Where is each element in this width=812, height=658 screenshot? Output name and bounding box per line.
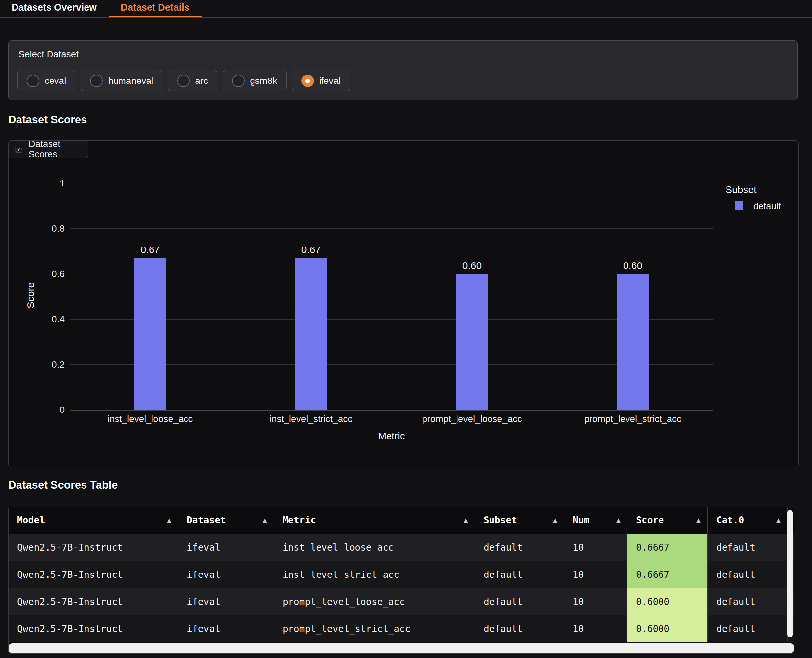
cell-cat-0[interactable]: default xyxy=(708,534,788,561)
cell-metric[interactable]: prompt_level_loose_acc xyxy=(274,588,475,615)
vertical-scrollbar[interactable] xyxy=(787,510,793,637)
radio-selected-icon[interactable] xyxy=(301,75,314,87)
bar-prompt_level_strict_acc[interactable] xyxy=(617,274,649,410)
radio-option-gsm8k[interactable]: gsm8k xyxy=(223,70,286,91)
dataset-scores-heading: Dataset Scores xyxy=(8,113,87,126)
cell-score[interactable]: 0.6667 xyxy=(627,534,708,561)
column-header-cat-0[interactable]: Cat.0▲ xyxy=(708,507,788,534)
cell-score[interactable]: 0.6000 xyxy=(627,616,708,642)
bar-value-label: 0.67 xyxy=(274,245,347,255)
sort-arrow-icon[interactable]: ▲ xyxy=(696,516,701,524)
cell-subset[interactable]: default xyxy=(475,616,564,642)
select-dataset-panel: Select Dataset cevalhumanevalarcgsm8kife… xyxy=(8,40,798,100)
bar-inst_level_strict_acc[interactable] xyxy=(295,258,327,410)
y-axis-title: Score xyxy=(26,282,36,308)
chart-chip-label: Dataset Scores xyxy=(29,139,88,160)
cell-num[interactable]: 10 xyxy=(564,561,627,588)
cell-dataset[interactable]: ifeval xyxy=(178,561,274,588)
sort-arrow-icon[interactable]: ▲ xyxy=(167,516,171,524)
dataset-scores-table: Model▲Dataset▲Metric▲Subset▲Num▲Score▲Ca… xyxy=(8,506,794,654)
y-axis-tick-label: 1 xyxy=(25,179,65,188)
cell-metric[interactable]: inst_level_strict_acc xyxy=(274,561,475,588)
column-header-subset[interactable]: Subset▲ xyxy=(475,507,564,534)
app-window: Datasets Overview Dataset Details Select… xyxy=(0,0,812,658)
select-dataset-label: Select Dataset xyxy=(19,49,78,60)
cell-metric[interactable]: inst_level_loose_acc xyxy=(274,534,475,561)
cell-subset[interactable]: default xyxy=(475,588,564,615)
radio-unselected-icon[interactable] xyxy=(177,75,190,87)
table-row[interactable]: Qwen2.5-7B-Instructifevalinst_level_loos… xyxy=(9,534,793,561)
cell-dataset[interactable]: ifeval xyxy=(178,534,274,561)
radio-unselected-icon[interactable] xyxy=(90,75,103,87)
tab-dataset-details[interactable]: Dataset Details xyxy=(108,3,202,17)
gridline xyxy=(70,228,713,229)
table-row[interactable]: Qwen2.5-7B-Instructifevalprompt_level_lo… xyxy=(9,588,793,615)
tab-datasets-overview[interactable]: Datasets Overview xyxy=(11,3,97,17)
column-header-num[interactable]: Num▲ xyxy=(564,507,627,534)
sort-arrow-icon[interactable]: ▲ xyxy=(776,516,781,524)
y-axis-tick-label: 0 xyxy=(25,405,65,414)
cell-subset[interactable]: default xyxy=(475,534,564,561)
cell-cat-0[interactable]: default xyxy=(708,561,788,588)
cell-cat-0[interactable]: default xyxy=(708,616,788,642)
radio-option-label: ceval xyxy=(45,75,66,86)
column-header-score[interactable]: Score▲ xyxy=(627,507,708,534)
cell-metric[interactable]: prompt_level_strict_acc xyxy=(274,616,475,642)
x-axis-tick-label: inst_level_strict_acc xyxy=(235,414,387,424)
table-row[interactable]: Qwen2.5-7B-Instructifevalinst_level_stri… xyxy=(9,561,793,588)
bar-inst_level_loose_acc[interactable] xyxy=(134,258,166,410)
cell-num[interactable]: 10 xyxy=(564,616,627,642)
sort-arrow-icon[interactable]: ▲ xyxy=(616,516,621,524)
table-row[interactable]: Qwen2.5-7B-Instructifevalprompt_level_st… xyxy=(9,615,793,642)
column-header-dataset[interactable]: Dataset▲ xyxy=(178,507,274,534)
cell-dataset[interactable]: ifeval xyxy=(178,616,274,642)
scatter-plot-icon xyxy=(15,145,23,154)
radio-unselected-icon[interactable] xyxy=(232,75,245,87)
table-header-row: Model▲Dataset▲Metric▲Subset▲Num▲Score▲Ca… xyxy=(9,507,793,534)
column-header-metric[interactable]: Metric▲ xyxy=(274,507,475,534)
column-header-model[interactable]: Model▲ xyxy=(9,507,178,534)
bar-value-label: 0.60 xyxy=(596,261,669,271)
column-header-label: Dataset xyxy=(187,515,226,526)
column-header-label: Model xyxy=(17,515,45,526)
cell-score[interactable]: 0.6667 xyxy=(627,561,708,588)
x-axis-tick-label: inst_level_loose_acc xyxy=(74,414,226,424)
column-header-label: Num xyxy=(573,515,589,526)
cell-cat-0[interactable]: default xyxy=(708,588,788,615)
dataset-scores-table-heading: Dataset Scores Table xyxy=(8,479,118,491)
radio-option-ceval[interactable]: ceval xyxy=(17,70,75,91)
column-header-label: Subset xyxy=(484,515,517,526)
y-axis-tick-label: 0.6 xyxy=(25,269,65,279)
cell-num[interactable]: 10 xyxy=(564,588,627,615)
cell-score[interactable]: 0.6000 xyxy=(627,588,708,615)
y-axis-tick-label: 0.8 xyxy=(25,224,65,233)
legend-swatch[interactable] xyxy=(735,201,743,210)
cell-model[interactable]: Qwen2.5-7B-Instruct xyxy=(9,561,178,588)
chart-tab-chip[interactable]: Dataset Scores xyxy=(8,140,88,158)
radio-option-humaneval[interactable]: humaneval xyxy=(81,70,162,91)
sort-arrow-icon[interactable]: ▲ xyxy=(464,516,468,524)
radio-unselected-icon[interactable] xyxy=(27,75,39,87)
dataset-radio-group: cevalhumanevalarcgsm8kifeval xyxy=(17,70,350,91)
radio-option-label: ifeval xyxy=(319,75,341,86)
radio-option-arc[interactable]: arc xyxy=(168,70,217,91)
sort-arrow-icon[interactable]: ▲ xyxy=(553,516,557,524)
column-header-label: Score xyxy=(636,515,664,526)
horizontal-scrollbar[interactable] xyxy=(9,644,794,653)
cell-model[interactable]: Qwen2.5-7B-Instruct xyxy=(9,588,178,615)
cell-subset[interactable]: default xyxy=(475,561,564,588)
column-header-label: Metric xyxy=(282,515,316,526)
y-axis-tick-label: 0.2 xyxy=(25,360,65,369)
radio-option-label: humaneval xyxy=(108,75,153,86)
legend-title: Subset xyxy=(726,185,756,195)
cell-model[interactable]: Qwen2.5-7B-Instruct xyxy=(9,616,178,642)
x-axis-tick-label: prompt_level_strict_acc xyxy=(557,414,709,424)
x-axis-tick-label: prompt_level_loose_acc xyxy=(396,414,548,424)
bar-prompt_level_loose_acc[interactable] xyxy=(456,274,488,410)
cell-dataset[interactable]: ifeval xyxy=(178,588,274,615)
cell-num[interactable]: 10 xyxy=(564,534,627,561)
legend-entry-label[interactable]: default xyxy=(753,202,781,211)
radio-option-ifeval[interactable]: ifeval xyxy=(292,70,350,91)
cell-model[interactable]: Qwen2.5-7B-Instruct xyxy=(9,534,178,561)
sort-arrow-icon[interactable]: ▲ xyxy=(263,516,267,524)
